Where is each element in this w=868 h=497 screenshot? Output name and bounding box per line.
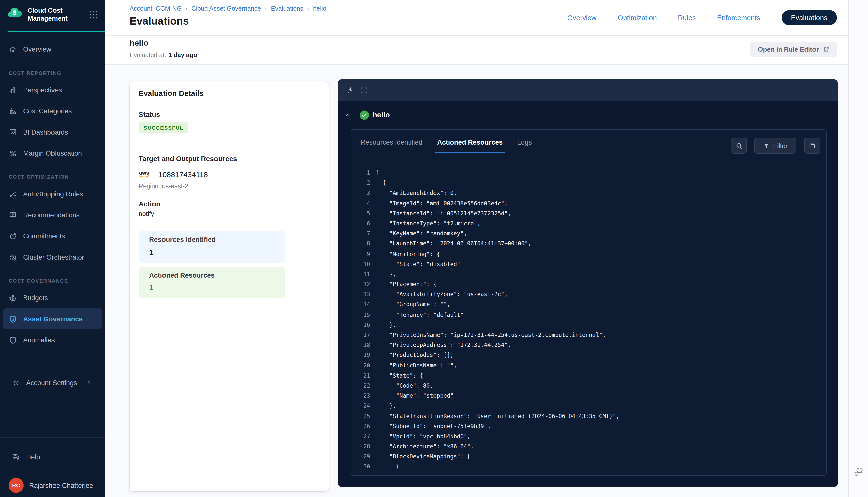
line-content: "State": {	[370, 372, 423, 379]
line-number: 27	[351, 432, 370, 442]
line-content: },	[370, 403, 396, 409]
sidebar-nav: Overview COST REPORTING Perspectives Cos…	[0, 39, 105, 351]
sidebar-item-label: Recommendations	[23, 211, 80, 218]
actioned-resources-value: 1	[149, 283, 153, 292]
card-title: Evaluation Details	[139, 89, 204, 97]
line-content: "PrivateDnsName": "ip-172-31-44-254.us-e…	[370, 332, 606, 338]
sidebar-item[interactable]: Overview	[3, 39, 102, 60]
line-content: "Code": 80,	[370, 383, 433, 389]
breadcrumb-link[interactable]: hello	[313, 5, 326, 12]
help-icon: ?	[12, 453, 20, 461]
search-button[interactable]	[731, 138, 747, 154]
sidebar-item-label: AutoStopping Rules	[23, 190, 83, 198]
sidebar-item-account-settings[interactable]: Account Settings	[6, 372, 99, 393]
collapse-caret-icon[interactable]	[345, 112, 351, 118]
nav-link[interactable]: Enforcements	[717, 14, 760, 22]
line-content: "PrivateIpAddress": "172.31.44.254",	[370, 342, 511, 349]
nav-tab-evaluations-active[interactable]: Evaluations	[781, 10, 837, 25]
line-number: 24	[351, 401, 370, 411]
viewer-tab[interactable]: Actioned Resources	[436, 139, 504, 153]
code-line: 13 "AvailabilityZone": "us-east-2c",	[351, 290, 826, 300]
page-header: Account: CCM-NG› Cloud Asset Governance›…	[105, 0, 849, 36]
sidebar-item[interactable]: $ Budgets	[3, 287, 102, 308]
line-number: 2	[351, 178, 370, 188]
line-number: 18	[351, 340, 370, 351]
line-number: 10	[351, 259, 370, 269]
breadcrumb-link[interactable]: Account: CCM-NG	[130, 5, 182, 12]
line-content: "Architecture": "x86_64",	[370, 443, 474, 450]
sidebar-item[interactable]: ! Anomalies	[3, 329, 102, 351]
breadcrumb-link[interactable]: Evaluations	[271, 5, 303, 12]
copy-button[interactable]	[804, 138, 820, 154]
sidebar-item[interactable]: Perspectives	[3, 79, 102, 100]
code-line: 17 "PrivateDnsName": "ip-172-31-44-254.u…	[351, 330, 826, 340]
breadcrumb-separator: ›	[186, 5, 187, 12]
nav-link[interactable]: Rules	[678, 14, 696, 22]
panel-header	[338, 79, 838, 101]
line-number: 11	[351, 270, 370, 280]
sidebar-item[interactable]: Commitments	[3, 225, 102, 246]
sidebar-item-icon	[9, 211, 17, 219]
line-number: 26	[351, 422, 370, 431]
sidebar-item-icon	[9, 107, 17, 115]
chevron-right-icon	[86, 380, 92, 386]
line-number: 14	[351, 300, 370, 310]
line-content: "AvailabilityZone": "us-east-2c",	[370, 292, 508, 298]
viewer-tab[interactable]: Logs	[516, 139, 533, 153]
line-content: "AmiLaunchIndex": 0,	[370, 190, 457, 197]
sidebar-item[interactable]: BI Dashboards	[3, 122, 102, 143]
sidebar-item[interactable]: Recommendations	[3, 204, 102, 225]
nav-link[interactable]: Overview	[568, 14, 597, 22]
evaluated-at: Evaluated at:1 day ago	[130, 52, 197, 59]
code-line: 3 "AmiLaunchIndex": 0,	[351, 188, 826, 199]
sidebar-section-label: COST REPORTING	[0, 66, 105, 79]
user-menu[interactable]: RC Rajarshee Chatterjee	[3, 474, 102, 497]
sidebar-item-label: Margin Obfuscation	[23, 150, 82, 157]
sidebar-item[interactable]: Cluster Orchestrator	[3, 246, 102, 268]
line-number: 20	[351, 361, 370, 371]
ccm-logo-icon: $	[6, 6, 24, 19]
filter-button[interactable]: Filter	[755, 138, 796, 154]
viewer-tab[interactable]: Resources Identified	[360, 139, 423, 153]
code-line: 12 "Placement": {	[351, 280, 826, 290]
line-number: 30	[351, 462, 370, 472]
sidebar-section-label: COST OPTIMIZATION	[0, 170, 105, 183]
svg-text:aws: aws	[139, 170, 149, 176]
open-in-rule-editor-button[interactable]: Open in Rule Editor	[750, 42, 837, 57]
download-icon[interactable]	[347, 86, 355, 94]
sidebar-item-label: Anomalies	[23, 336, 55, 344]
sidebar-item[interactable]: $ Asset Governance	[3, 308, 102, 329]
code-line: 22 "Code": 80,	[351, 381, 826, 391]
fullscreen-icon[interactable]	[360, 86, 368, 94]
evaluation-result-row[interactable]: hello	[338, 101, 838, 129]
sidebar-item[interactable]: AutoStopping Rules	[3, 183, 102, 204]
svg-text:$: $	[12, 317, 14, 321]
code-line: 25 "StateTransitionReason": "User initia…	[351, 411, 826, 422]
app-launcher-icon[interactable]	[89, 10, 98, 19]
account-id: 108817434118	[158, 170, 208, 179]
status-badge: SUCCESSFUL	[139, 122, 188, 133]
sidebar-item-icon	[9, 149, 17, 157]
breadcrumb-link[interactable]: Cloud Asset Governance	[191, 5, 261, 12]
main-area: Account: CCM-NG› Cloud Asset Governance›…	[105, 0, 849, 497]
nav-link[interactable]: Optimization	[618, 14, 657, 22]
line-content: },	[370, 322, 396, 328]
svg-text:$: $	[13, 9, 17, 16]
feedback-icon[interactable]	[853, 466, 865, 478]
sidebar-item-help[interactable]: ? Help	[6, 446, 99, 467]
success-check-icon	[359, 110, 370, 120]
sidebar-item-label: Budgets	[23, 294, 48, 301]
sidebar-item-label: Commitments	[23, 232, 65, 240]
breadcrumb-separator: ›	[265, 5, 267, 12]
code-line: 5 "InstanceId": "i-00512145e7372325d",	[351, 209, 826, 219]
module-nav: OverviewOptimizationRulesEnforcements Ev…	[568, 0, 837, 35]
sidebar-item-label: Account Settings	[26, 379, 77, 386]
line-number: 15	[351, 310, 370, 320]
sidebar-item[interactable]: Margin Obfuscation	[3, 143, 102, 164]
target-resources-label: Target and Output Resources	[139, 155, 237, 163]
gear-icon	[12, 378, 20, 387]
evaluation-output-panel: hello Resources Identified Actioned Reso…	[338, 79, 838, 487]
sidebar-item-icon: $	[9, 294, 17, 302]
sidebar-item[interactable]: Cost Categories	[3, 100, 102, 122]
sidebar-item-label: Overview	[23, 45, 52, 53]
